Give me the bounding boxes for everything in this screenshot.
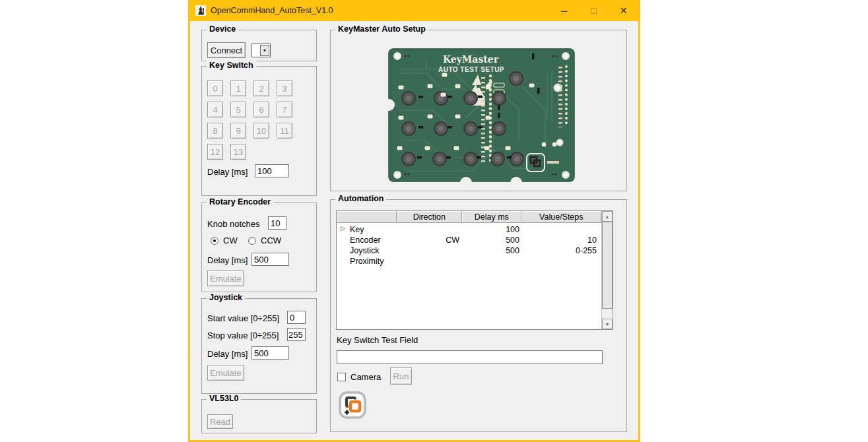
encoder-emulate-label: Emulate (210, 274, 242, 284)
column-header-delay[interactable]: Delay ms (462, 211, 521, 223)
key-button-12[interactable]: 12 (207, 144, 223, 160)
encoder-emulate-button[interactable]: Emulate (207, 270, 244, 286)
row-name: Encoder (350, 236, 381, 245)
automation-table[interactable]: Direction Delay ms Value/Steps ▷ Key 100 (336, 210, 613, 330)
scroll-up-icon: ▲ (605, 214, 610, 219)
row-direction: CW (397, 236, 463, 245)
rotary-encoder-group-label: Rotary Encoder (207, 197, 273, 206)
knob-notches-input[interactable] (268, 216, 286, 230)
table-scrollbar[interactable]: ▲ ▼ (601, 211, 613, 329)
ccw-radio[interactable] (248, 237, 256, 245)
key-delay-label: Delay [ms] (207, 167, 248, 177)
chevron-down-icon[interactable]: ▼ (260, 45, 269, 56)
key-button-3[interactable]: 3 (277, 80, 292, 96)
scroll-down-button[interactable]: ▼ (602, 319, 613, 329)
test-field-label: Key Switch Test Field (337, 335, 418, 345)
key-switch-group-label: Key Switch (207, 61, 256, 70)
key-button-2[interactable]: 2 (253, 80, 269, 96)
keymaster-group: KeyMaster Auto Setup (330, 30, 627, 191)
key-button-4[interactable]: 4 (207, 102, 223, 117)
column-header-value-steps[interactable]: Value/Steps (521, 211, 601, 223)
expand-arrow-icon[interactable]: ▷ (341, 225, 345, 232)
automation-group-label: Automation (335, 194, 386, 203)
camera-checkbox[interactable] (337, 373, 346, 381)
scroll-down-icon: ▼ (605, 322, 610, 327)
key-button-8[interactable]: 8 (207, 123, 223, 139)
joystick-emulate-label: Emulate (210, 368, 242, 378)
joystick-group: Joystick Start value [0÷255] Stop value … (201, 298, 317, 394)
wizard-app-icon (195, 5, 206, 16)
key-button-0[interactable]: 0 (207, 80, 223, 96)
cw-radio-label[interactable]: CW (223, 236, 238, 245)
rotary-encoder-group: Rotary Encoder Knob notches CW CCW Delay… (201, 203, 317, 292)
close-icon: ✕ (620, 5, 628, 16)
automation-row-proximity[interactable]: Proximity (337, 256, 601, 267)
maximize-button[interactable] (579, 0, 609, 21)
key-button-13[interactable]: 13 (230, 144, 246, 160)
row-name: Joystick (350, 246, 379, 255)
close-button[interactable]: ✕ (609, 0, 638, 21)
run-button-label: Run (393, 371, 409, 381)
read-button-label: Read (210, 417, 230, 427)
key-button-1[interactable]: 1 (230, 80, 246, 96)
column-header-direction[interactable]: Direction (397, 211, 463, 223)
column-header-blank[interactable] (337, 211, 397, 223)
key-button-5[interactable]: 5 (230, 102, 246, 117)
key-switch-grid: 0 1 2 3 4 5 6 7 8 9 10 11 12 13 (207, 80, 292, 160)
device-group: Device Connect ▼ (201, 30, 317, 61)
ccw-radio-label[interactable]: CCW (261, 236, 281, 245)
connect-button-label: Connect (211, 46, 242, 55)
key-button-11[interactable]: 11 (277, 123, 292, 139)
row-delay: 500 (463, 236, 522, 245)
row-name: Proximity (350, 257, 384, 266)
pcb-title-text: KeyMaster (443, 54, 499, 65)
encoder-delay-label: Delay [ms] (207, 255, 248, 265)
start-value-label: Start value [0÷255] (207, 313, 279, 323)
start-value-input[interactable] (287, 311, 306, 324)
maximize-icon (591, 8, 597, 14)
row-delay: 500 (463, 246, 522, 255)
joystick-delay-input[interactable] (251, 346, 289, 360)
camera-checkbox-label[interactable]: Camera (351, 372, 381, 382)
row-delay: 100 (463, 225, 522, 234)
encoder-delay-input[interactable] (251, 253, 289, 266)
key-button-7[interactable]: 7 (277, 102, 292, 117)
automation-row-encoder[interactable]: Encoder CW 500 10 (337, 235, 601, 245)
automation-table-header: Direction Delay ms Value/Steps (337, 211, 601, 223)
scroll-thumb[interactable] (602, 222, 613, 309)
vl53l0-group: VL53L0 Read (201, 399, 317, 433)
scroll-up-button[interactable]: ▲ (602, 211, 613, 222)
automation-rows: ▷ Key 100 Encoder CW 500 10 (337, 224, 601, 267)
connect-button[interactable]: Connect (207, 42, 246, 58)
automation-row-joystick[interactable]: Joystick 500 0-255 (337, 245, 601, 256)
caption-buttons: ─ ✕ (549, 0, 638, 21)
automation-row-key[interactable]: ▷ Key 100 (337, 224, 601, 235)
pcb-subtitle-text: AUTO TEST SETUP (438, 66, 504, 73)
key-delay-input[interactable] (255, 164, 289, 177)
window-content: Device Connect ▼ Key Switch 0 1 2 3 4 (190, 21, 638, 440)
key-button-10[interactable]: 10 (253, 123, 269, 139)
key-button-9[interactable]: 9 (230, 123, 246, 139)
company-dd-logo (338, 391, 367, 420)
device-group-label: Device (207, 24, 238, 34)
keymaster-group-label: KeyMaster Auto Setup (335, 24, 428, 34)
device-port-combobox[interactable]: ▼ (251, 44, 271, 57)
run-button[interactable]: Run (390, 367, 412, 385)
app-window: OpenCommHand_AutoTest_V1.0 ─ ✕ Device Co… (188, 0, 640, 442)
read-button[interactable]: Read (207, 414, 233, 429)
key-button-6[interactable]: 6 (253, 102, 269, 117)
vl53l0-group-label: VL53L0 (207, 394, 241, 403)
joystick-group-label: Joystick (207, 293, 245, 302)
row-value: 10 (522, 236, 600, 245)
key-switch-test-input[interactable] (337, 350, 603, 364)
stop-value-input[interactable] (287, 328, 306, 341)
pcb-board-image: KeyMaster AUTO TEST SETUP (387, 47, 576, 183)
cw-radio[interactable] (211, 237, 218, 245)
joystick-emulate-button[interactable]: Emulate (207, 365, 244, 381)
row-name: Key (350, 225, 364, 234)
minimize-button[interactable]: ─ (549, 0, 579, 21)
key-switch-group: Key Switch 0 1 2 3 4 5 6 7 8 9 10 11 12 … (201, 66, 317, 196)
titlebar[interactable]: OpenCommHand_AutoTest_V1.0 ─ ✕ (190, 0, 638, 21)
knob-notches-label: Knob notches (207, 219, 260, 229)
desktop: OpenCommHand_AutoTest_V1.0 ─ ✕ Device Co… (0, 0, 868, 442)
